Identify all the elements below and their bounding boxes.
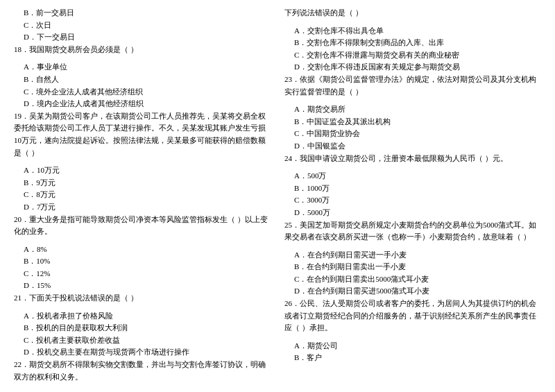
question-text: 21．下面关于投机说法错误的是（ ） bbox=[14, 292, 271, 305]
option-text: D．7万元 bbox=[14, 201, 271, 214]
question-text: 22．期货交易所不得限制实物交割数量，并出与与交割仓库签订协议，明确双方的权利和… bbox=[14, 359, 271, 383]
option-text: B．投机的目的是获取权大利润 bbox=[14, 322, 271, 334]
question-text: 25．美国芝加哥期货交易所规定小麦期货合约的交易单位为5000蒲式耳。如果交易者… bbox=[284, 219, 541, 244]
option-text: B．自然人 bbox=[14, 74, 271, 86]
question-text: 26．公民、法人受期货公司或者客户的委托，为居间人为其提供订约的机会或者订立期货… bbox=[284, 298, 541, 334]
option-text: B．1000万 bbox=[284, 182, 541, 195]
question-block: 下列说法错误的是（ ） bbox=[284, 7, 541, 19]
question-text: 18．我国期货交易所会员必须是（ ） bbox=[14, 44, 271, 56]
question-block: 18．我国期货交易所会员必须是（ ） bbox=[14, 44, 271, 56]
option-text: C．境外企业法人成者其他经济组织 bbox=[14, 86, 271, 99]
question-block: 23．依据《期货公司监督管理办法》的规定，依法对期货公司及其分支机构实行监督管理… bbox=[284, 74, 541, 98]
left-column: B．前一交易日C．次日D．下一交易日18．我国期货交易所会员必须是（ ）A．事业… bbox=[14, 7, 271, 389]
option-text: A．期货交易所 bbox=[284, 103, 541, 116]
option-text: B．9万元 bbox=[14, 177, 271, 189]
option-text: C．次日 bbox=[14, 19, 271, 32]
option-text: D．投机交易主要在期货与现货两个市场进行操作 bbox=[14, 346, 271, 359]
option-text: D．5000万 bbox=[284, 207, 541, 219]
question-text: 20．重大业务是指可能导致期货公司净资本等风险监管指标发生（ ）以上变化的业务。 bbox=[14, 214, 271, 238]
question-text: 19．吴某为期货公司客户，在该期货公司工作人员推荐先，吴某将交易全权委托给该期货… bbox=[14, 110, 271, 159]
option-text: A．交割仓库不得出具仓单 bbox=[284, 25, 541, 37]
question-block: 25．美国芝加哥期货交易所规定小麦期货合约的交易单位为5000蒲式耳。如果交易者… bbox=[284, 219, 541, 244]
option-text: C．投机者主要获取价差收益 bbox=[14, 334, 271, 347]
option-text: B．前一交易日 bbox=[14, 7, 271, 19]
page-container: B．前一交易日C．次日D．下一交易日18．我国期货交易所会员必须是（ ）A．事业… bbox=[14, 7, 541, 389]
question-text: 23．依据《期货公司监督管理办法》的规定，依法对期货公司及其分支机构实行监督管理… bbox=[284, 74, 541, 98]
option-text: B．10% bbox=[14, 255, 271, 268]
question-block: 20．重大业务是指可能导致期货公司净资本等风险监管指标发生（ ）以上变化的业务。 bbox=[14, 214, 271, 238]
question-block: 26．公民、法人受期货公司或者客户的委托，为居间人为其提供订约的机会或者订立期货… bbox=[284, 298, 541, 334]
option-text: A．期货公司 bbox=[284, 340, 541, 352]
option-text: A．事业单位 bbox=[14, 61, 271, 74]
option-text: B．交割仓库不得限制交割商品的入库、出库 bbox=[284, 37, 541, 49]
option-text: C．中国期货业协会 bbox=[284, 128, 541, 140]
option-text: D．在合约到期日需买进5000蒲式耳小麦 bbox=[284, 285, 541, 298]
question-text: 下列说法错误的是（ ） bbox=[284, 7, 541, 19]
question-block: 22．期货交易所不得限制实物交割数量，并出与与交割仓库签订协议，明确双方的权利和… bbox=[14, 359, 271, 383]
option-text: D．下一交易日 bbox=[14, 31, 271, 44]
option-text: B．在合约到期日需卖出一手小麦 bbox=[284, 261, 541, 273]
option-text: C．8万元 bbox=[14, 189, 271, 201]
option-text: A．500万 bbox=[284, 170, 541, 182]
question-text: 24．我国申请设立期货公司，注册资本最低限额为人民币（ ）元。 bbox=[284, 153, 541, 165]
question-block: 19．吴某为期货公司客户，在该期货公司工作人员推荐先，吴某将交易全权委托给该期货… bbox=[14, 110, 271, 159]
option-text: A．投机者承担了价格风险 bbox=[14, 310, 271, 323]
option-text: B．客户 bbox=[284, 352, 541, 364]
option-text: C．12% bbox=[14, 268, 271, 280]
option-text: A．10万元 bbox=[14, 164, 271, 177]
option-text: A．8% bbox=[14, 244, 271, 256]
question-block: 24．我国申请设立期货公司，注册资本最低限额为人民币（ ）元。 bbox=[284, 153, 541, 165]
option-text: A．在合约到期日需买进一手小麦 bbox=[284, 249, 541, 262]
option-text: D．中国银监会 bbox=[284, 140, 541, 153]
question-block: 21．下面关于投机说法错误的是（ ） bbox=[14, 292, 271, 305]
option-text: D．交割仓库不得违反国家有关规定参与期货交易 bbox=[284, 61, 541, 74]
option-text: B．中国证监会及其派出机构 bbox=[284, 116, 541, 128]
option-text: D．15% bbox=[14, 280, 271, 292]
option-text: C．交割仓库不得泄露与期货交易有关的商业秘密 bbox=[284, 49, 541, 62]
option-text: D．境内企业法人成者其他经济组织 bbox=[14, 98, 271, 110]
right-column: 下列说法错误的是（ ）A．交割仓库不得出具仓单B．交割仓库不得限制交割商品的入库… bbox=[284, 7, 541, 389]
option-text: C．3000万 bbox=[284, 194, 541, 207]
option-text: C．在合约到期日需卖出5000蒲式耳小麦 bbox=[284, 273, 541, 286]
